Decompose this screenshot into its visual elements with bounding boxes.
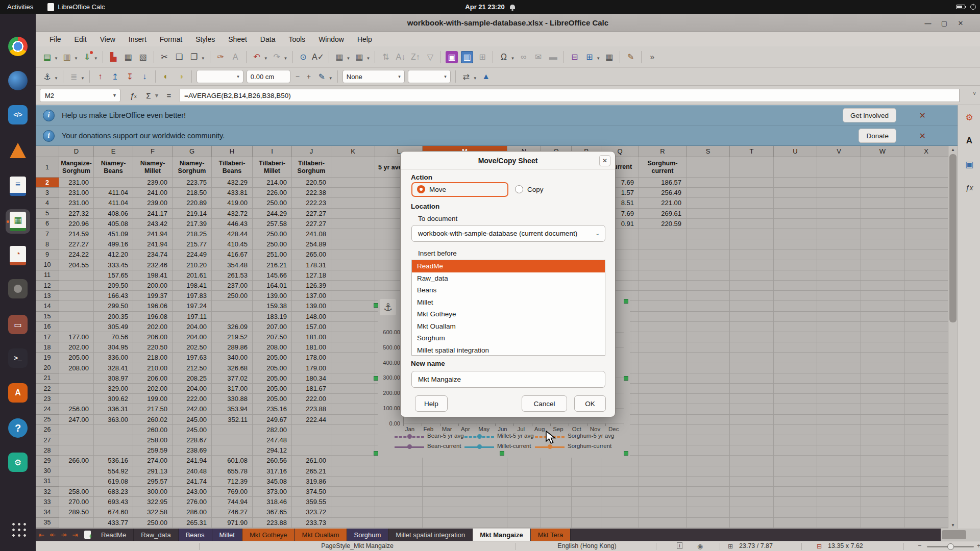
cell-J8[interactable]: 254.89 — [292, 239, 331, 249]
scroll-up-icon[interactable]: ▲ — [948, 146, 958, 153]
cell-O32[interactable] — [541, 487, 572, 497]
cell-T30[interactable] — [730, 466, 774, 477]
chart-handle[interactable] — [624, 451, 628, 456]
cell-E32[interactable]: 683.23 — [94, 487, 133, 497]
cell-V20[interactable] — [817, 363, 861, 373]
row-header-6[interactable]: 6 — [36, 219, 59, 229]
cell-W4[interactable] — [861, 198, 904, 208]
cell-U19[interactable] — [774, 353, 817, 363]
menu-view[interactable]: View — [93, 34, 122, 45]
cell-E34[interactable]: 674.60 — [94, 507, 133, 517]
cell-V23[interactable] — [817, 394, 861, 404]
cell-E28[interactable] — [94, 445, 133, 456]
cell-W9[interactable] — [861, 249, 904, 260]
decrease-button[interactable]: − — [292, 70, 303, 83]
cell-F13[interactable]: 199.37 — [133, 291, 173, 301]
cell-S21[interactable] — [687, 373, 730, 384]
cell-G6[interactable]: 217.39 — [173, 219, 212, 229]
cell-K4[interactable] — [331, 198, 375, 208]
cell-E24[interactable]: 336.31 — [94, 404, 133, 414]
cell-U6[interactable] — [774, 219, 817, 229]
redo-icon[interactable]: ↷ — [270, 50, 284, 64]
cell-T32[interactable] — [730, 487, 774, 497]
cell-S29[interactable] — [687, 456, 730, 466]
cell-K15[interactable] — [331, 312, 375, 322]
cell-D32[interactable]: 258.00 — [59, 487, 94, 497]
cell-R9[interactable] — [639, 249, 687, 260]
split-window-icon[interactable]: ⊞ — [582, 50, 596, 64]
cell-R19[interactable] — [639, 353, 687, 363]
cell-K28[interactable] — [331, 445, 375, 456]
cell-E10[interactable]: 333.45 — [94, 260, 133, 270]
cell-J31[interactable]: 319.86 — [292, 477, 331, 487]
cell-G18[interactable]: 202.50 — [173, 342, 212, 353]
cell-X14[interactable] — [904, 301, 948, 311]
cell-E23[interactable]: 309.62 — [94, 394, 133, 404]
cell-I18[interactable]: 208.00 — [253, 342, 292, 353]
dock-libreoffice-writer[interactable]: ≡ — [6, 174, 30, 198]
last-sheet-icon[interactable]: ⇥ — [69, 529, 81, 541]
copy-icon[interactable]: ❏ — [173, 50, 186, 64]
cell-H33[interactable]: 744.94 — [212, 497, 253, 507]
cell-R8[interactable] — [639, 239, 687, 249]
insert-before-listbox[interactable]: ReadMeRaw_dataBeansMilletMkt GotheyeMkt … — [411, 260, 605, 356]
cell-W29[interactable] — [861, 456, 904, 466]
cell-H26[interactable] — [212, 425, 253, 435]
cell-S9[interactable] — [687, 249, 730, 260]
cell-U33[interactable] — [774, 497, 817, 507]
cell-J30[interactable]: 265.21 — [292, 466, 331, 477]
cell-E3[interactable]: 411.04 — [94, 188, 133, 198]
cell-H13[interactable]: 250.00 — [212, 291, 253, 301]
cell-T35[interactable] — [730, 518, 774, 528]
cell-X8[interactable] — [904, 239, 948, 249]
cell-T13[interactable] — [730, 291, 774, 301]
cell-R27[interactable] — [639, 435, 687, 445]
cell-U5[interactable] — [774, 209, 817, 219]
cell-N31[interactable] — [507, 477, 541, 487]
insert-hyperlink-icon[interactable]: ∞ — [517, 50, 530, 64]
cell-D6[interactable]: 220.96 — [59, 219, 94, 229]
cell-R3[interactable]: 256.49 — [639, 188, 687, 198]
scroll-down-icon[interactable]: ▼ — [948, 521, 958, 529]
cell-V18[interactable] — [817, 342, 861, 353]
copy-radio[interactable] — [515, 185, 523, 193]
cell-V34[interactable] — [817, 507, 861, 517]
special-character-icon[interactable]: Ω — [497, 50, 510, 64]
cell-W5[interactable] — [861, 209, 904, 219]
cell-V3[interactable] — [817, 188, 861, 198]
cell-I31[interactable]: 345.08 — [253, 477, 292, 487]
cell-R5[interactable]: 269.61 — [639, 209, 687, 219]
cell-W28[interactable] — [861, 445, 904, 456]
column-header-E[interactable]: E — [94, 146, 133, 157]
cell-J7[interactable]: 241.08 — [292, 229, 331, 239]
cell-E27[interactable] — [94, 435, 133, 445]
cell-K21[interactable] — [331, 373, 375, 384]
show-draw-functions-icon[interactable]: ✎ — [624, 50, 638, 64]
cell-X1[interactable] — [904, 157, 948, 178]
cell-U21[interactable] — [774, 373, 817, 384]
cell-H28[interactable] — [212, 445, 253, 456]
cell-G30[interactable]: 240.48 — [173, 466, 212, 477]
cell-E12[interactable]: 209.50 — [94, 281, 133, 291]
cell-X19[interactable] — [904, 353, 948, 363]
cell-S27[interactable] — [687, 435, 730, 445]
cell-W34[interactable] — [861, 507, 904, 517]
cell-U32[interactable] — [774, 487, 817, 497]
export-pdf-icon[interactable]: ▙ — [107, 50, 120, 64]
cell-J27[interactable] — [292, 435, 331, 445]
cell-G8[interactable]: 215.77 — [173, 239, 212, 249]
cell-X22[interactable] — [904, 384, 948, 394]
cell-L35[interactable] — [375, 518, 423, 528]
redo-dropdown-icon[interactable]: ▼ — [284, 56, 288, 61]
row-header-17[interactable]: 17 — [36, 332, 59, 342]
cell-U1[interactable] — [774, 157, 817, 178]
cell-I5[interactable]: 244.29 — [253, 209, 292, 219]
cell-V14[interactable] — [817, 301, 861, 311]
cell-Q30[interactable] — [601, 466, 639, 477]
cell-X18[interactable] — [904, 342, 948, 353]
cell-N32[interactable] — [507, 487, 541, 497]
cell-I14[interactable]: 159.38 — [253, 301, 292, 311]
cell-F23[interactable]: 199.00 — [133, 394, 173, 404]
row-header-15[interactable]: 15 — [36, 312, 59, 322]
to-background-icon[interactable]: ◑ — [174, 70, 188, 84]
